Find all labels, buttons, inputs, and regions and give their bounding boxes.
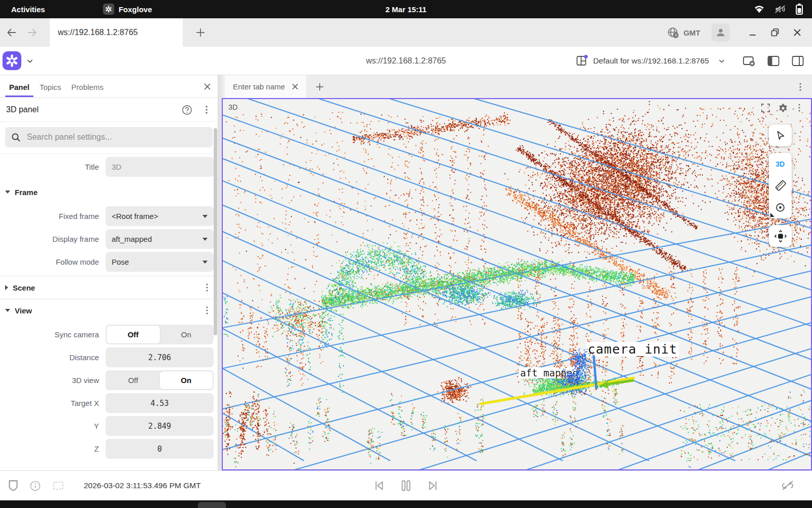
account-avatar[interactable] [712, 23, 730, 42]
view-3d-on-button[interactable]: On [160, 371, 213, 389]
target-x-input[interactable]: 4.53 [106, 393, 214, 413]
search-icon [11, 133, 21, 142]
view-menu-kebab-icon[interactable] [204, 306, 211, 315]
target-y-input[interactable]: 2.849 [106, 416, 214, 436]
camera-tool-card[interactable] [769, 225, 792, 247]
search-panel-settings[interactable] [5, 127, 213, 147]
scene-section-title[interactable]: Scene [13, 283, 35, 292]
tab-topics[interactable]: Topics [35, 77, 66, 97]
measure-ruler-icon[interactable] [769, 175, 792, 197]
add-layout-tab-icon[interactable] [315, 82, 324, 91]
window-minimize-icon[interactable] [748, 28, 757, 37]
window-tab-bar: ws://192.168.1.2:8765 GMT [0, 18, 812, 47]
layout-tab-close-icon[interactable] [291, 83, 299, 90]
3d-mode-button[interactable]: 3D [769, 153, 792, 175]
info-icon[interactable] [29, 480, 41, 492]
mode-tool-card: 3D [769, 153, 792, 218]
fixed-frame-label: Fixed frame [0, 212, 106, 220]
focused-app-indicator[interactable]: Foxglove [103, 4, 152, 15]
fixed-frame-value: <Root frame> [112, 212, 158, 220]
connection-title: ws://192.168.1.2:8765 [366, 56, 446, 66]
follow-mode-select[interactable]: Pose [106, 252, 214, 272]
playback-timestamp[interactable]: 2026-03-02 3:11:53.496 PM GMT [84, 481, 201, 490]
panel-settings-gear-icon[interactable] [778, 103, 788, 113]
fixed-frame-select[interactable]: <Root frame> [106, 206, 214, 226]
battery-icon [796, 4, 803, 15]
target-z-label: Z [0, 444, 106, 453]
fullscreen-icon[interactable] [761, 103, 770, 113]
panel-settings-title: 3D panel [6, 105, 39, 114]
settings-sidebar: Panel Topics Problems 3D panel [0, 75, 218, 470]
app-menu-chevron-icon[interactable] [26, 57, 34, 65]
foxglove-logo[interactable] [3, 51, 21, 70]
sync-camera-off-button[interactable]: Off [107, 326, 160, 343]
layout-chevron-icon [718, 57, 726, 65]
globe-clock-icon [667, 26, 680, 39]
layout-icon [576, 54, 589, 68]
window-restore-icon[interactable] [770, 28, 780, 37]
display-frame-value: aft_mapped [112, 235, 152, 243]
nav-back-icon[interactable] [3, 24, 20, 41]
follow-mode-value: Pose [112, 258, 129, 266]
window-close-icon[interactable] [793, 28, 802, 37]
view-section-title[interactable]: View [15, 306, 32, 315]
target-z-input[interactable]: 0 [106, 439, 214, 459]
frame-section-title[interactable]: Frame [15, 188, 38, 197]
panel-menu-kebab-icon[interactable] [202, 105, 211, 114]
activities-button[interactable]: Activities [0, 5, 56, 14]
scene-section-collapse-icon[interactable] [5, 285, 8, 290]
frame-label-aft-mapped: aft_mapped [519, 367, 580, 378]
sidebar-tab-bar: Panel Topics Problems [0, 75, 218, 98]
clock[interactable]: 2 Mar 15:11 [386, 5, 427, 14]
target-y-label: Y [0, 422, 106, 430]
target-x-label: Target X [0, 399, 106, 407]
seek-backward-icon[interactable] [373, 479, 386, 492]
3d-view-toolbar: 3D [769, 124, 792, 247]
data-source-shield-icon[interactable] [8, 480, 18, 492]
connection-tab-title: ws://192.168.1.2:8765 [58, 28, 138, 37]
audio-muted-icon [774, 5, 786, 14]
desktop-dock-edge [0, 500, 812, 508]
pointcloud-canvas[interactable] [223, 99, 811, 469]
display-frame-select[interactable]: aft_mapped [106, 229, 214, 249]
frame-section-collapse-icon[interactable] [5, 190, 10, 194]
scene-menu-kebab-icon[interactable] [204, 283, 211, 292]
seek-forward-icon[interactable] [426, 479, 439, 492]
layout-tab[interactable]: Enter tab name [225, 75, 306, 98]
sidebar-scrollbar[interactable] [214, 128, 217, 335]
help-icon[interactable] [182, 105, 192, 115]
new-tab-icon[interactable] [195, 27, 206, 38]
search-input[interactable] [27, 133, 207, 142]
view-section-collapse-icon[interactable] [5, 309, 10, 312]
tab-problems[interactable]: Problems [66, 77, 109, 97]
3d-panel[interactable]: camera_init aft_mapped 3D [222, 98, 812, 470]
view-3d-label: 3D view [0, 376, 106, 385]
distance-input[interactable]: 2.706 [106, 347, 214, 367]
tab-bar-menu-kebab-icon[interactable] [797, 82, 804, 91]
focused-app-name: Foxglove [119, 5, 152, 14]
selection-range-icon[interactable] [52, 480, 64, 492]
sync-camera-on-button[interactable]: On [160, 326, 213, 343]
connection-tab[interactable]: ws://192.168.1.2:8765 [50, 18, 183, 47]
tab-panel[interactable]: Panel [4, 77, 35, 97]
select-tool-card[interactable] [769, 124, 792, 146]
timezone-selector[interactable]: GMT [667, 26, 700, 39]
sidebar-close-icon[interactable] [203, 82, 212, 91]
foxglove-app-icon [103, 4, 114, 15]
layout-selector[interactable]: Default for ws://192.168.1.2:8765 [576, 54, 726, 68]
system-status-area[interactable] [754, 4, 803, 15]
right-sidebar-toggle-icon[interactable] [791, 54, 805, 68]
loop-disabled-icon[interactable] [781, 479, 795, 492]
left-sidebar-toggle-icon[interactable] [766, 54, 781, 68]
camera-pan-icon[interactable] [769, 225, 792, 247]
panel-kebab-icon[interactable] [796, 103, 803, 113]
nav-forward-icon[interactable] [23, 24, 41, 41]
cursor-tool-icon[interactable] [769, 124, 792, 146]
view-3d-off-button[interactable]: Off [107, 371, 160, 389]
title-field-value[interactable]: 3D [106, 157, 214, 177]
add-panel-icon[interactable] [742, 54, 756, 68]
tool-submenu-corner-icon [770, 213, 774, 217]
pause-icon[interactable] [400, 479, 412, 492]
sync-camera-label: Sync camera [0, 330, 106, 339]
sidebar-resize-handle[interactable] [218, 75, 222, 470]
